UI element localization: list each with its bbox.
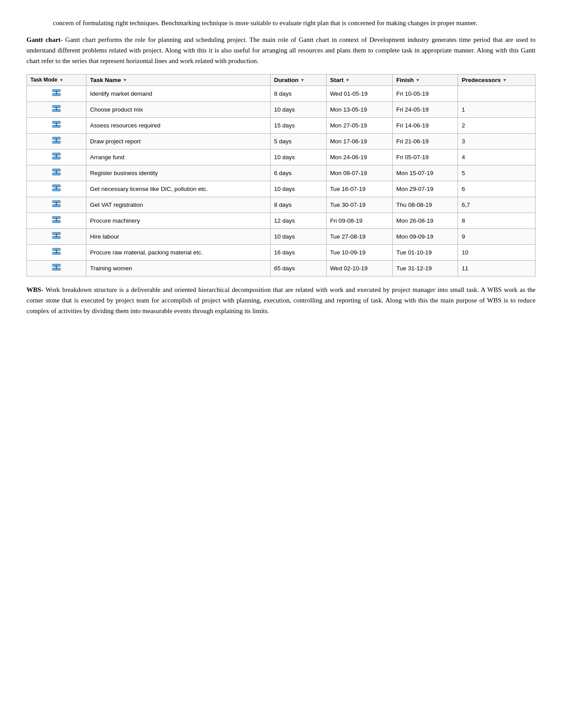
table-row: Get necessary license like DIC, pollutio… xyxy=(27,181,536,197)
cell-task-mode xyxy=(27,102,86,118)
gantt-paragraph: Gantt chart- Gantt chart performs the ro… xyxy=(26,34,536,66)
cell-duration: 5 days xyxy=(270,134,326,149)
cell-task-mode xyxy=(27,261,86,276)
cell-task-mode xyxy=(27,149,86,165)
table-row: Assess resources required15 daysMon 27-0… xyxy=(27,118,536,134)
cell-start: Tue 27-08-19 xyxy=(326,229,392,245)
cell-predecessors: 1 xyxy=(458,102,536,118)
intro-paragraph1: concern of formulating right techniques.… xyxy=(26,18,536,28)
th-finish[interactable]: Finish ▼ xyxy=(392,75,458,86)
sort-arrow-finish[interactable]: ▼ xyxy=(416,78,420,82)
cell-task-mode xyxy=(27,229,86,245)
cell-predecessors: 4 xyxy=(458,149,536,165)
cell-start: Wed 02-10-19 xyxy=(326,261,392,276)
cell-start: Wed 01-05-19 xyxy=(326,86,392,102)
cell-finish: Fri 21-06-19 xyxy=(392,134,458,149)
sort-arrow-task-mode[interactable]: ▼ xyxy=(59,78,63,82)
sort-arrow-predecessors[interactable]: ▼ xyxy=(502,78,507,82)
cell-finish: Fri 05-07-19 xyxy=(392,149,458,165)
wbs-paragraph: WBS- Work breakdown structure is a deliv… xyxy=(26,284,536,316)
cell-finish: Mon 09-09-19 xyxy=(392,229,458,245)
th-task-mode[interactable]: Task Mode ▼ xyxy=(27,75,86,86)
header-duration-label: Duration xyxy=(274,77,299,83)
gantt-table: Task Mode ▼ Task Name ▼ Duration ▼ Start xyxy=(26,74,536,276)
th-duration[interactable]: Duration ▼ xyxy=(270,75,326,86)
cell-task-mode xyxy=(27,86,86,102)
cell-task-name: Hire labour xyxy=(86,229,270,245)
table-row: Get VAT registration8 daysTue 30-07-19Th… xyxy=(27,197,536,213)
cell-duration: 10 days xyxy=(270,149,326,165)
cell-task-mode xyxy=(27,118,86,134)
cell-task-name: Arrange fund xyxy=(86,149,270,165)
cell-duration: 10 days xyxy=(270,229,326,245)
cell-predecessors: 9 xyxy=(458,229,536,245)
cell-duration: 65 days xyxy=(270,261,326,276)
task-mode-icon xyxy=(52,231,61,242)
gantt-term: Gantt chart- xyxy=(26,36,63,43)
cell-duration: 8 days xyxy=(270,86,326,102)
cell-finish: Thu 08-08-19 xyxy=(392,197,458,213)
header-predecessors-label: Predecessors xyxy=(462,77,501,83)
cell-task-mode xyxy=(27,165,86,181)
table-row: Identify market demand8 daysWed 01-05-19… xyxy=(27,86,536,102)
cell-duration: 12 days xyxy=(270,213,326,229)
cell-predecessors: 8 xyxy=(458,213,536,229)
cell-duration: 10 days xyxy=(270,102,326,118)
task-mode-icon xyxy=(52,152,61,163)
th-predecessors[interactable]: Predecessors ▼ xyxy=(458,75,536,86)
table-row: Hire labour10 daysTue 27-08-19Mon 09-09-… xyxy=(27,229,536,245)
th-start[interactable]: Start ▼ xyxy=(326,75,392,86)
cell-start: Mon 17-06-19 xyxy=(326,134,392,149)
cell-start: Mon 24-06-19 xyxy=(326,149,392,165)
task-mode-icon xyxy=(52,199,61,210)
cell-task-name: Identify market demand xyxy=(86,86,270,102)
table-row: Procure raw material, packing material e… xyxy=(27,245,536,261)
cell-task-name: Get VAT registration xyxy=(86,197,270,213)
cell-start: Tue 10-09-19 xyxy=(326,245,392,261)
cell-start: Tue 30-07-19 xyxy=(326,197,392,213)
cell-finish: Tue 01-10-19 xyxy=(392,245,458,261)
cell-task-name: Get necessary license like DIC, pollutio… xyxy=(86,181,270,197)
wbs-text: - Work breakdown structure is a delivera… xyxy=(26,286,536,314)
task-mode-icon xyxy=(52,120,61,131)
cell-predecessors: 2 xyxy=(458,118,536,134)
table-header-row: Task Mode ▼ Task Name ▼ Duration ▼ Start xyxy=(27,75,536,86)
th-task-name[interactable]: Task Name ▼ xyxy=(86,75,270,86)
cell-start: Fri 09-08-19 xyxy=(326,213,392,229)
cell-task-name: Draw project report xyxy=(86,134,270,149)
table-row: Register business identity6 daysMon 08-0… xyxy=(27,165,536,181)
cell-start: Mon 27-05-19 xyxy=(326,118,392,134)
cell-task-mode xyxy=(27,213,86,229)
task-mode-icon xyxy=(52,183,61,194)
cell-predecessors xyxy=(458,86,536,102)
sort-arrow-duration[interactable]: ▼ xyxy=(300,78,305,82)
cell-task-name: Assess resources required xyxy=(86,118,270,134)
sort-arrow-start[interactable]: ▼ xyxy=(345,78,350,82)
header-task-name-label: Task Name xyxy=(90,77,121,83)
cell-finish: Fri 24-05-19 xyxy=(392,102,458,118)
cell-finish: Mon 26-08-19 xyxy=(392,213,458,229)
table-row: Procure machinery12 daysFri 09-08-19Mon … xyxy=(27,213,536,229)
cell-task-name: Training women xyxy=(86,261,270,276)
cell-predecessors: 10 xyxy=(458,245,536,261)
header-finish-label: Finish xyxy=(396,77,414,83)
cell-start: Mon 13-05-19 xyxy=(326,102,392,118)
cell-duration: 16 days xyxy=(270,245,326,261)
cell-task-name: Register business identity xyxy=(86,165,270,181)
cell-predecessors: 11 xyxy=(458,261,536,276)
sort-arrow-task-name[interactable]: ▼ xyxy=(123,78,127,82)
cell-task-mode xyxy=(27,181,86,197)
table-row: Choose product mix10 daysMon 13-05-19Fri… xyxy=(27,102,536,118)
cell-finish: Mon 15-07-19 xyxy=(392,165,458,181)
gantt-text: Gantt chart performs the role for planni… xyxy=(26,36,536,64)
cell-duration: 8 days xyxy=(270,197,326,213)
cell-duration: 6 days xyxy=(270,165,326,181)
cell-task-name: Choose product mix xyxy=(86,102,270,118)
task-mode-icon xyxy=(52,88,61,99)
header-start-label: Start xyxy=(330,77,344,83)
cell-finish: Mon 29-07-19 xyxy=(392,181,458,197)
wbs-term: WBS xyxy=(26,286,41,293)
header-task-mode-label: Task Mode xyxy=(30,77,57,83)
task-mode-icon xyxy=(52,136,61,147)
cell-finish: Tue 31-12-19 xyxy=(392,261,458,276)
